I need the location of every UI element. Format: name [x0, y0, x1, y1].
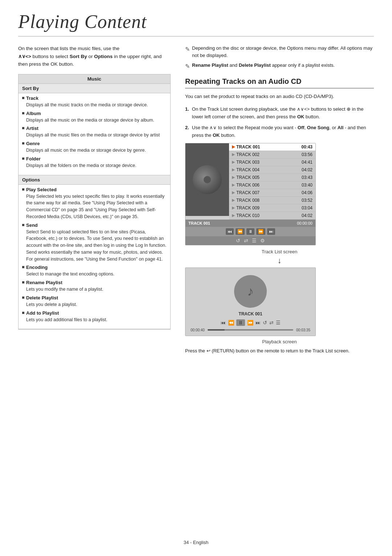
repeating-tracks-title: Repeating Tracks on an Audio CD: [185, 77, 374, 89]
options-send-item: Send Select Send to upload selected file…: [22, 222, 167, 263]
options-section-header: Options: [19, 175, 170, 185]
pb-skip-back[interactable]: ⏮: [221, 320, 226, 326]
track-1-time: 00:43: [301, 144, 313, 150]
options-add-playlist-item: Add to Playlist Lets you add additional …: [22, 310, 167, 323]
sortby-genre-desc: Displays all music on the media or stora…: [22, 147, 167, 154]
track-6-time: 03:40: [302, 183, 313, 188]
pb-progress-fill: [208, 329, 225, 331]
repeat-steps-list: 1. On the Track List screen during playb…: [185, 106, 374, 139]
press-return-text: Press the ↩ (RETURN) button on the remot…: [185, 347, 374, 355]
skip-forward-btn[interactable]: ⏭: [267, 228, 275, 235]
track-row-1: ▶ TRACK 001 00:43: [229, 143, 315, 151]
intro-paragraph: On the screen that lists the music files…: [18, 45, 171, 68]
sortby-track-desc: Displays all the music tracks on the med…: [22, 102, 167, 109]
sortby-genre-item: Genre Displays all music on the media or…: [22, 141, 167, 154]
play-icon-2: ▶: [232, 152, 235, 157]
pb-progress-row: 00:00:40 00:03:35: [189, 328, 312, 332]
fast-forward-btn[interactable]: ⏩: [256, 228, 265, 235]
sortby-folder-item: Folder Displays all the folders on the m…: [22, 156, 167, 169]
music-note-icon: ♪: [247, 284, 254, 299]
step-2-num: 2.: [185, 124, 189, 139]
track-list-screen-label: Track List screen: [185, 249, 374, 254]
track-10-time: 04:02: [302, 213, 313, 218]
bullet-icon: [22, 281, 24, 283]
track-1-name: TRACK 001: [236, 144, 260, 150]
sortby-album-desc: Displays all the music on the media or s…: [22, 117, 167, 124]
note-icon-1: ✎: [185, 45, 190, 54]
player-extra-controls: ↺ ⇄ ☰ ⚙: [185, 236, 315, 245]
play-icon-10: ▶: [232, 213, 235, 218]
settings-btn[interactable]: ⚙: [260, 238, 265, 244]
play-icon-8: ▶: [232, 198, 235, 203]
current-track-label: TRACK 001: [188, 221, 210, 225]
music-table-header: Music: [19, 74, 170, 84]
repeat-step-2: 2. Use the ∧∨ to select the Repeat mode …: [185, 124, 374, 139]
pb-progress-bar: [208, 329, 293, 331]
sortby-artist-title: Artist: [26, 126, 38, 131]
note-1: ✎ Depending on the disc or storage devic…: [185, 45, 374, 59]
track-4-time: 04:02: [302, 167, 313, 172]
track-8-time: 03:52: [302, 198, 313, 203]
track-row-8: ▶ TRACK 008 03:52: [229, 197, 315, 204]
repeat-btn[interactable]: ↺: [236, 238, 240, 244]
play-pause-btn[interactable]: ⏸: [246, 228, 254, 235]
bullet-icon: [22, 297, 24, 299]
pb-menu-icon[interactable]: ☰: [276, 320, 281, 326]
pb-repeat-icon[interactable]: ↺: [263, 320, 267, 326]
track-5-time: 03:43: [302, 175, 313, 180]
options-send-title: Send: [26, 222, 38, 228]
sortby-album-item: Album Displays all the music on the medi…: [22, 111, 167, 124]
options-rename-playlist-item: Rename Playlist Lets you modify the name…: [22, 280, 167, 293]
pb-fast-forward[interactable]: ⏩: [247, 320, 253, 326]
bullet-icon: [22, 158, 24, 160]
arrow-down-icon: ↓: [185, 256, 374, 265]
pb-skip-forward[interactable]: ⏭: [256, 320, 261, 326]
menu-btn[interactable]: ☰: [252, 238, 257, 244]
pb-track-name: TRACK 001: [189, 311, 312, 316]
album-art-center: [204, 176, 211, 183]
track-row-10: ▶ TRACK 010 04:02: [229, 212, 315, 220]
options-delete-playlist-item: Delete Playlist Lets you delete a playli…: [22, 295, 167, 308]
play-icon-7: ▶: [232, 190, 235, 195]
pb-shuffle-icon[interactable]: ⇄: [269, 320, 274, 326]
step-1-num: 1.: [185, 106, 189, 121]
options-rename-playlist-desc: Lets you modify the name of a playlist.: [22, 286, 167, 293]
options-play-selected-item: Play Selected Play Selected lets you sel…: [22, 187, 167, 220]
sortby-artist-item: Artist Displays all the music files on t…: [22, 126, 167, 139]
track-row-6: ▶ TRACK 006 03:40: [229, 181, 315, 189]
notes-section: ✎ Depending on the disc or storage devic…: [185, 45, 374, 71]
play-icon-3: ▶: [232, 160, 235, 164]
bullet-icon: [22, 312, 24, 314]
note-1-text: Depending on the disc or storage device,…: [192, 45, 374, 59]
playback-screen-ui: ♪ TRACK 001 ⏮ ⏪ ⏸ ⏩ ⏭ ↺ ⇄ ☰ 00:00:4: [185, 267, 316, 336]
track-8-name: TRACK 008: [236, 198, 260, 203]
sortby-album-title: Album: [26, 111, 41, 116]
note-2: ✎ Rename Playlist and Delete Playlist ap…: [185, 62, 374, 71]
options-encoding-title: Encoding: [26, 265, 48, 270]
sortby-artist-desc: Displays all the music files on the medi…: [22, 132, 167, 139]
skip-back-btn[interactable]: ⏮: [226, 228, 234, 235]
play-icon-6: ▶: [232, 183, 235, 187]
album-art: [185, 143, 229, 216]
pb-controls-row: ⏮ ⏪ ⏸ ⏩ ⏭ ↺ ⇄ ☰: [189, 319, 312, 326]
track-4-name: TRACK 004: [236, 167, 260, 172]
bullet-icon: [22, 188, 24, 191]
options-label: Options: [94, 54, 113, 59]
pb-rewind[interactable]: ⏪: [228, 320, 234, 326]
bullet-icon: [22, 97, 24, 99]
page-footer: 34 - English: [184, 540, 209, 545]
sortby-section-header: Sort By: [19, 84, 170, 93]
track-current-bar: TRACK 001 00:00:00: [185, 220, 315, 227]
track-9-time: 03:04: [302, 205, 313, 210]
pb-time-remaining: 00:03:35: [296, 328, 310, 332]
note-2-text: Rename Playlist and Delete Playlist appe…: [192, 62, 335, 69]
page-title: Playing Content: [18, 11, 374, 37]
play-icon: ▶: [232, 144, 235, 149]
rewind-btn[interactable]: ⏪: [236, 228, 245, 235]
sortby-label: Sort By: [70, 54, 87, 59]
options-add-playlist-title: Add to Playlist: [26, 310, 59, 316]
shuffle-btn[interactable]: ⇄: [244, 238, 248, 244]
track-row-7: ▶ TRACK 007 04:06: [229, 189, 315, 197]
options-encoding-desc: Select to manage the text encoding optio…: [22, 271, 167, 278]
pb-play[interactable]: ⏸: [236, 319, 245, 326]
